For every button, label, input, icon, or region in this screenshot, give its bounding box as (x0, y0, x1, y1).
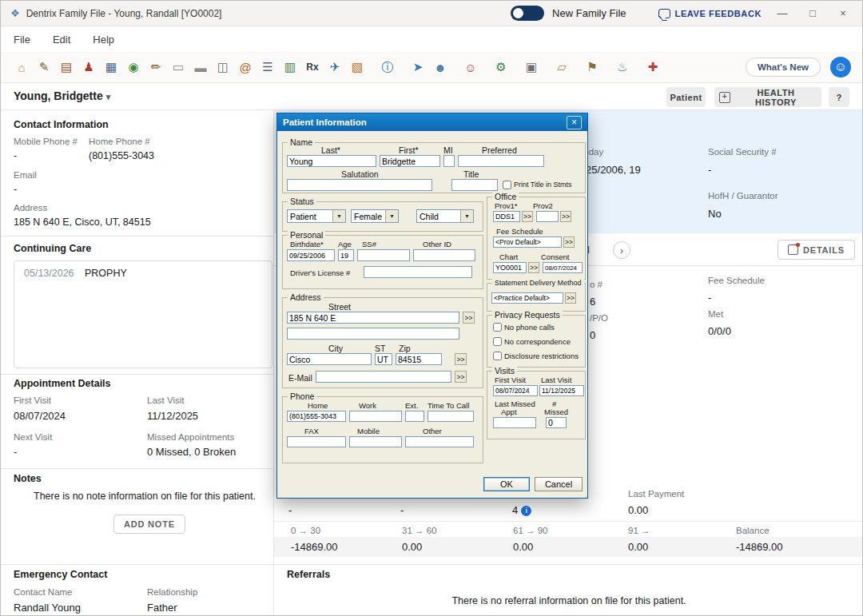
birthdate-field[interactable] (287, 249, 335, 261)
street-field[interactable] (287, 312, 459, 324)
settings-icon[interactable]: ⚙ (491, 58, 511, 77)
last-missed-appt-field[interactable] (493, 417, 536, 428)
fax-field[interactable] (287, 436, 346, 447)
leave-feedback-button[interactable]: LEAVE FEEDBACK (658, 9, 762, 18)
ledger-icon[interactable]: ▬ (191, 58, 210, 77)
office-journal-icon[interactable]: ☰ (258, 58, 277, 77)
guru-icon[interactable]: ➤ (408, 58, 428, 77)
prov2-field[interactable] (536, 211, 559, 222)
email-search-button[interactable]: >> (455, 371, 467, 383)
st-field[interactable] (375, 353, 392, 365)
printer-icon[interactable]: ▣ (522, 58, 541, 77)
collections-icon[interactable]: ☻ (431, 58, 450, 77)
salutation-field[interactable] (287, 179, 432, 191)
work-phone-field[interactable] (349, 411, 402, 422)
divider (274, 521, 863, 522)
disclosure-restrictions-checkbox[interactable] (493, 352, 502, 360)
dialog-email-field[interactable] (316, 371, 451, 383)
website-icon[interactable]: ◉ (124, 58, 143, 77)
minimize-button[interactable]: — (773, 7, 792, 19)
num-missed-field[interactable] (546, 417, 567, 428)
health-center-icon[interactable]: ✚ (643, 58, 662, 77)
add-note-button[interactable]: ADD NOTE (113, 515, 185, 534)
print-title-checkbox[interactable] (503, 181, 511, 189)
patient-picture-icon[interactable]: ▱ (552, 58, 571, 77)
info-circle-icon[interactable]: i (521, 506, 531, 516)
statement-delivery-search-button[interactable]: >> (565, 292, 576, 304)
cancel-button[interactable]: Cancel (535, 477, 583, 491)
patient-alerts-icon[interactable]: ♟ (79, 58, 98, 77)
continuing-care-icon[interactable]: ▧ (348, 58, 367, 77)
dialog-last-visit-field[interactable] (539, 385, 584, 396)
hygiene-icon[interactable]: ♨ (613, 58, 632, 77)
ok-button[interactable]: OK (483, 477, 530, 491)
title-field[interactable] (451, 179, 498, 191)
preferred-field[interactable] (458, 155, 544, 167)
prov1-field[interactable] (493, 211, 520, 222)
no-correspondence-checkbox[interactable] (493, 337, 502, 346)
imaging-icon[interactable]: ◫ (213, 58, 233, 77)
lab-case-icon[interactable]: ⚑ (583, 58, 602, 77)
family-file-icon[interactable]: ⌂ (12, 58, 31, 77)
insurance-card-icon[interactable]: ▦ (101, 58, 121, 77)
zip-search-button[interactable]: >> (455, 353, 467, 365)
ssn-field[interactable] (357, 249, 410, 261)
no-phone-calls-checkbox[interactable] (493, 323, 502, 332)
street2-field[interactable] (287, 328, 459, 340)
document-center-icon[interactable]: ▤ (57, 58, 76, 77)
chart-search-button[interactable]: >> (528, 262, 539, 273)
city-field[interactable] (287, 353, 372, 365)
menu-help[interactable]: Help (93, 34, 114, 46)
other-phone-field[interactable] (405, 436, 474, 447)
other-id-field[interactable] (413, 249, 475, 261)
questionnaire-icon[interactable]: ✎ (34, 58, 54, 77)
prov1-search-button[interactable]: >> (522, 211, 533, 222)
new-family-file-toggle[interactable] (511, 6, 544, 21)
dialog-first-visit-field[interactable] (493, 385, 538, 396)
info-icon[interactable]: ⓘ (378, 58, 397, 77)
chart-field[interactable] (493, 262, 527, 273)
fee-schedule-search-button[interactable]: >> (563, 236, 575, 248)
chart-icon[interactable]: ▭ (169, 58, 188, 77)
street-search-button[interactable]: >> (463, 312, 475, 324)
patient-name-selector[interactable]: Young, Bridgette▾ (14, 89, 110, 102)
mobile-field[interactable] (349, 436, 402, 447)
status-dropdown[interactable]: Patient▼ (287, 209, 346, 223)
mi-field[interactable] (443, 155, 455, 167)
home-phone-field[interactable] (287, 411, 346, 422)
fee-schedule-field[interactable] (493, 236, 562, 248)
family-members-icon[interactable]: ☺ (461, 58, 480, 77)
balance-value: -14869.00 (736, 541, 783, 553)
health-history-button[interactable]: + HEALTH HISTORY (714, 87, 821, 107)
email-icon[interactable]: @ (236, 58, 255, 77)
ext-field[interactable] (405, 411, 424, 422)
treatment-planner-icon[interactable]: ▥ (280, 58, 300, 77)
dialog-titlebar[interactable]: Patient Information × (277, 113, 587, 131)
patient-tab-button[interactable]: Patient (666, 87, 706, 107)
whats-new-button[interactable]: What's New (746, 58, 821, 77)
details-button[interactable]: DETAILS (777, 240, 855, 260)
support-chat-icon[interactable]: ☺ (830, 57, 851, 77)
consent-field[interactable] (543, 262, 583, 273)
prov2-label: Prov2 (533, 201, 553, 210)
age-field[interactable] (338, 249, 354, 261)
perio-probe-icon[interactable]: ✏ (146, 58, 165, 77)
drivers-license-field[interactable] (364, 266, 472, 278)
quick-letters-icon[interactable]: ✈ (325, 58, 344, 77)
menu-edit[interactable]: Edit (53, 34, 70, 46)
last-name-field[interactable] (287, 155, 376, 167)
gender-dropdown[interactable]: Female▼ (351, 209, 399, 223)
help-button[interactable]: ? (829, 87, 849, 107)
dialog-close-icon[interactable]: × (567, 116, 582, 129)
time-to-call-field[interactable] (428, 411, 474, 422)
close-button[interactable]: × (833, 7, 853, 19)
chevron-right-icon[interactable]: › (613, 241, 630, 259)
statement-delivery-field[interactable] (491, 292, 563, 304)
position-dropdown[interactable]: Child▼ (416, 209, 474, 223)
prescriptions-icon[interactable]: Rx (303, 58, 322, 77)
zip-field[interactable] (396, 353, 442, 365)
prov2-search-button[interactable]: >> (560, 211, 571, 222)
menu-file[interactable]: File (14, 34, 30, 46)
maximize-button[interactable]: □ (803, 7, 822, 19)
first-name-field[interactable] (380, 155, 440, 167)
